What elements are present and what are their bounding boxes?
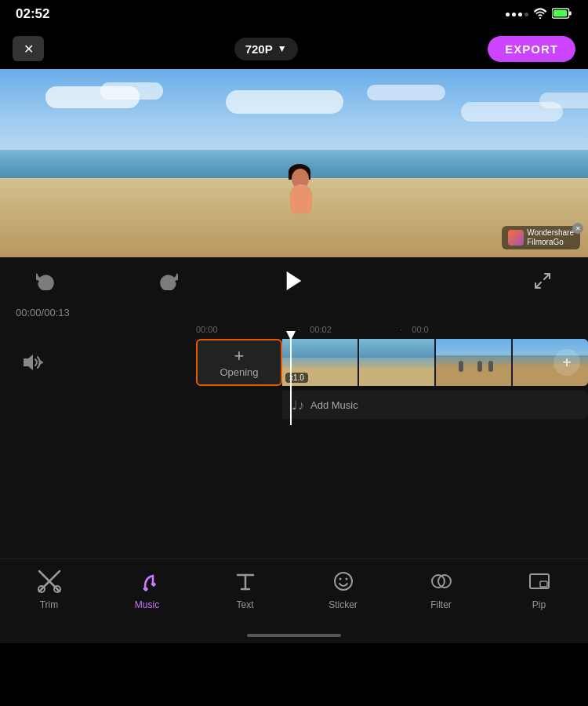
pip-icon xyxy=(525,567,554,595)
sticker-label: Sticker xyxy=(328,599,358,610)
watermark-text: Wondershare FilmoraGo xyxy=(527,228,574,247)
export-button[interactable]: EXPORT xyxy=(488,36,575,62)
status-bar: 02:52 xyxy=(0,0,588,28)
time-display: 00:00 / 00:13 xyxy=(0,304,588,320)
opening-plus-icon: + xyxy=(234,348,245,365)
svg-marker-4 xyxy=(287,271,302,290)
redo-button[interactable] xyxy=(154,267,183,295)
close-button[interactable]: ✕ xyxy=(13,36,44,61)
svg-line-5 xyxy=(544,274,550,279)
svg-line-6 xyxy=(535,282,541,288)
status-icons xyxy=(506,8,572,21)
clip-frames xyxy=(282,339,588,386)
filter-label: Filter xyxy=(430,599,452,610)
editor-toolbar: ✕ 720P ▼ EXPORT xyxy=(0,28,588,69)
home-indicator xyxy=(0,628,588,643)
music-note-icon: ♩♪ xyxy=(292,398,304,413)
video-clip[interactable]: x1.0 + xyxy=(282,339,588,386)
ruler-marks: 00:00 · 00:02 · 00:0 xyxy=(196,325,502,334)
chevron-down-icon: ▼ xyxy=(278,43,287,54)
clip-frame-3 xyxy=(436,339,511,386)
tool-sticker[interactable]: Sticker xyxy=(312,567,375,610)
timeline-tracks: + Opening xyxy=(0,339,588,417)
ruler-mark-2: · 00:0 xyxy=(400,325,502,334)
music-label: Music xyxy=(135,599,159,610)
ruler-mark-1: · 00:02 xyxy=(298,325,400,334)
figure-body xyxy=(290,184,312,214)
svg-marker-7 xyxy=(24,355,33,370)
person-figure xyxy=(282,167,321,230)
total-time: 00:13 xyxy=(44,307,70,318)
text-icon xyxy=(231,567,260,595)
add-music-track[interactable]: ♩♪ Add Music xyxy=(282,391,588,419)
tool-text[interactable]: Text xyxy=(214,567,277,610)
tool-trim[interactable]: Trim xyxy=(18,567,81,610)
cloud xyxy=(539,93,589,108)
clip-speed-badge: x1.0 xyxy=(285,373,308,383)
opening-label: Opening xyxy=(220,366,258,378)
trim-label: Trim xyxy=(40,599,59,610)
sticker-icon xyxy=(329,567,358,595)
current-time: 00:00 xyxy=(16,307,42,318)
svg-rect-2 xyxy=(569,11,572,15)
opening-clip[interactable]: + Opening xyxy=(196,339,282,386)
tool-pip[interactable]: Pip xyxy=(508,567,571,610)
clouds-layer xyxy=(30,78,589,144)
quality-label: 720P xyxy=(245,42,273,56)
wifi-icon xyxy=(533,8,547,21)
timeline: 00:00 · 00:02 · 00:0 xyxy=(0,320,588,559)
filter-icon xyxy=(427,567,456,595)
watermark-close[interactable]: ✕ xyxy=(572,223,583,234)
battery-icon xyxy=(552,8,572,21)
tool-filter[interactable]: Filter xyxy=(410,567,473,610)
ruler-mark-0: 00:00 xyxy=(196,325,298,334)
bottom-toolbar: Trim Music Text xyxy=(0,559,588,628)
quality-selector[interactable]: 720P ▼ xyxy=(234,38,298,60)
watermark: ✕ Wondershare FilmoraGo xyxy=(502,226,580,249)
undo-button[interactable] xyxy=(31,267,60,295)
timeline-ruler: 00:00 · 00:02 · 00:0 xyxy=(0,320,588,339)
fullscreen-button[interactable] xyxy=(528,267,557,295)
play-button[interactable] xyxy=(277,264,311,298)
watermark-logo xyxy=(508,230,524,246)
trim-icon xyxy=(35,567,64,595)
add-music-label: Add Music xyxy=(310,399,358,411)
playback-controls xyxy=(0,257,588,304)
cloud xyxy=(367,85,445,100)
svg-rect-3 xyxy=(554,9,567,16)
svg-point-0 xyxy=(539,16,541,18)
signal-icon xyxy=(506,13,528,16)
svg-point-16 xyxy=(339,578,341,580)
add-clip-button[interactable]: + xyxy=(554,349,580,376)
cloud xyxy=(100,82,163,100)
text-label: Text xyxy=(236,599,253,610)
music-icon xyxy=(133,567,162,595)
status-time: 02:52 xyxy=(16,6,49,22)
svg-rect-21 xyxy=(540,581,547,587)
volume-icon[interactable] xyxy=(16,347,47,378)
clip-frame-2 xyxy=(359,339,434,386)
svg-point-15 xyxy=(335,573,352,590)
playhead xyxy=(290,331,292,425)
pip-label: Pip xyxy=(532,599,546,610)
home-bar xyxy=(247,634,341,637)
video-preview: ✕ Wondershare FilmoraGo xyxy=(0,69,588,257)
svg-point-17 xyxy=(345,578,347,580)
tool-music[interactable]: Music xyxy=(116,567,179,610)
cloud xyxy=(226,90,343,114)
editor-area: 00:00 / 00:13 00:00 · 00:02 · 00:0 xyxy=(0,257,588,559)
